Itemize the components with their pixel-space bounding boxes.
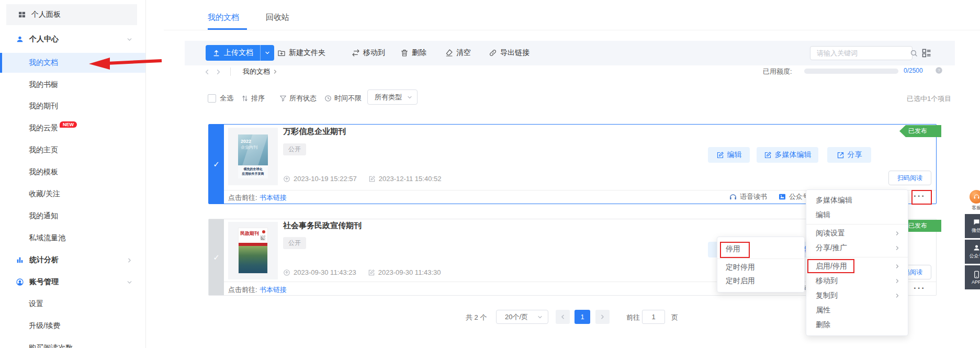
export-link-button[interactable]: 导出链接 [489, 45, 530, 61]
document-dates: 2023-09-30 11:43:23 2023-09-30 11:43:30 [283, 268, 441, 276]
app-button[interactable]: APP [965, 265, 980, 289]
view-toggle-icon[interactable] [921, 48, 932, 58]
bar-chart-icon [16, 256, 24, 264]
selection-strip[interactable]: ✓ [209, 125, 224, 204]
goto-page-input[interactable] [642, 310, 665, 324]
menu-item-media-edit[interactable]: 多媒体编辑 [806, 193, 908, 208]
sidebar-item-label: 个人面板 [31, 10, 61, 19]
share-button[interactable]: 分享 [827, 147, 871, 163]
document-thumbnail[interactable]: 2022 企业内刊 领先的全球化应用软件开发商 [228, 128, 278, 185]
new-badge: NEW [60, 121, 77, 128]
more-actions-button[interactable]: ··· [914, 191, 926, 201]
user-icon [16, 35, 24, 43]
nav-forward-icon[interactable] [215, 68, 222, 76]
clock-icon [324, 95, 332, 102]
menu-item-move-to[interactable]: 移动到 [806, 274, 908, 288]
book-link[interactable]: 书本链接 [260, 193, 287, 203]
menu-item-properties[interactable]: 属性 [806, 303, 908, 318]
goto-page-label: 前往 [626, 313, 640, 322]
sidebar-item-settings[interactable]: 设置 [0, 295, 145, 313]
search-icon[interactable] [910, 49, 918, 57]
menu-item-delete[interactable]: 删除 [806, 318, 908, 332]
tab-recycle-bin[interactable]: 回收站 [266, 13, 289, 23]
sidebar-group-account[interactable]: 账号管理 [0, 273, 145, 291]
submenu-item-disable[interactable]: 停用 [717, 241, 804, 257]
phone-icon [973, 271, 980, 278]
breadcrumb-divider [230, 68, 231, 76]
quota-progress-bar [804, 69, 898, 74]
sidebar-item-my-templates[interactable]: 我的模板 [0, 163, 145, 181]
page-1-button[interactable]: 1 [575, 310, 590, 324]
sidebar-item-my-homepage[interactable]: 我的主页 [0, 141, 145, 159]
move-to-button[interactable]: 移动到 [352, 45, 385, 61]
breadcrumb-current[interactable]: 我的文档 [243, 67, 270, 76]
delete-button[interactable]: 删除 [400, 45, 426, 61]
select-all-checkbox[interactable] [208, 94, 216, 103]
help-icon[interactable] [935, 66, 943, 74]
status-filter-button[interactable]: 所有状态 [279, 94, 317, 103]
menu-item-share-promote[interactable]: 分享/推广 [806, 241, 908, 255]
next-page-button[interactable] [595, 310, 610, 324]
document-title[interactable]: 社会事务民政宣传期刊 [283, 221, 362, 231]
page-size-dropdown[interactable]: 20个/页 [496, 310, 548, 324]
more-actions-button[interactable]: ··· [914, 283, 926, 294]
upload-dropdown-button[interactable] [260, 45, 274, 61]
official-account-button[interactable]: 公众号 [965, 240, 980, 264]
sidebar-item-my-journals[interactable]: 我的期刊 [0, 97, 145, 115]
submenu-item-scheduled-enable[interactable]: 定时启用 [717, 274, 804, 288]
menu-item-edit[interactable]: 编辑 [806, 208, 908, 222]
sidebar-item-notifications[interactable]: 我的通知 [0, 207, 145, 225]
upload-document-main[interactable]: 上传文档 [206, 45, 260, 61]
check-icon: ✓ [213, 160, 220, 169]
document-dates: 2023-10-19 15:22:57 2023-12-11 15:40:52 [283, 175, 441, 183]
quota-label: 已用额度: [763, 67, 792, 76]
context-menu: 多媒体编辑 编辑 阅读设置 分享/推广 启用/停用 移动到 复制到 属性 删除 [806, 189, 908, 336]
publish-time-icon [283, 269, 290, 276]
status-ribbon: 已发布 [899, 125, 941, 137]
search-input[interactable] [816, 49, 910, 58]
sidebar-item-upgrade[interactable]: 升级/续费 [0, 317, 145, 335]
wechat-official-button[interactable]: 公众号 [778, 192, 809, 201]
new-folder-button[interactable]: 新建文件夹 [277, 45, 325, 61]
tabbar-divider [164, 30, 980, 30]
clear-button[interactable]: 清空 [445, 45, 471, 61]
menu-item-enable-disable[interactable]: 启用/停用 [806, 259, 908, 274]
menu-item-copy-to[interactable]: 复制到 [806, 288, 908, 303]
media-edit-button[interactable]: 多媒体编辑 [757, 147, 818, 163]
sidebar-item-favorites[interactable]: 收藏/关注 [0, 185, 145, 203]
select-all-label[interactable]: 全选 [220, 94, 233, 103]
nav-back-icon[interactable] [203, 68, 211, 76]
image-icon [778, 193, 786, 201]
menu-item-reading-settings[interactable]: 阅读设置 [806, 226, 908, 241]
sidebar-item-private-traffic[interactable]: 私域流量池 [0, 229, 145, 247]
funnel-icon [279, 95, 287, 102]
selection-strip[interactable]: ✓ [209, 219, 224, 295]
prev-page-button[interactable] [556, 310, 570, 324]
sidebar-group-personal-center[interactable]: 个人中心 [0, 30, 145, 48]
support-button[interactable]: 客服 [965, 188, 980, 212]
voice-reading-button[interactable]: 语音读书 [729, 192, 767, 201]
sidebar-item-my-cloudview[interactable]: 我的云景NEW [0, 119, 145, 137]
sidebar-item-dashboard[interactable]: 个人面板 [6, 4, 137, 25]
edit-button[interactable]: 编辑 [708, 147, 750, 163]
chevron-down-icon [126, 36, 133, 43]
submenu-item-scheduled-disable[interactable]: 定时停用 [717, 261, 804, 274]
wechat-button[interactable]: 微信 [965, 214, 980, 238]
chevron-left-icon [559, 313, 566, 320]
sort-button[interactable]: 排序 [241, 94, 265, 103]
scan-read-button[interactable]: 扫码阅读 [888, 171, 931, 185]
document-title[interactable]: 万彩信息企业期刊 [283, 127, 346, 137]
type-filter-dropdown[interactable]: 所有类型 [367, 89, 418, 105]
pencil-icon [764, 151, 772, 159]
upload-document-button[interactable]: 上传文档 [206, 45, 274, 61]
sidebar-item-purchase-reads[interactable]: 购买阅读次数 [0, 339, 145, 348]
time-filter-button[interactable]: 时间不限 [324, 94, 362, 103]
sidebar-group-statistics[interactable]: 统计分析 [0, 251, 145, 269]
headset-icon [970, 190, 980, 204]
cover-qr [261, 235, 265, 240]
publish-time-icon [283, 175, 290, 183]
book-link[interactable]: 书本链接 [260, 285, 287, 295]
tab-my-documents[interactable]: 我的文档 [208, 13, 239, 23]
sidebar-item-my-bookshelf[interactable]: 我的书橱 [0, 76, 145, 94]
document-thumbnail[interactable]: 民政期刊 [228, 222, 278, 279]
